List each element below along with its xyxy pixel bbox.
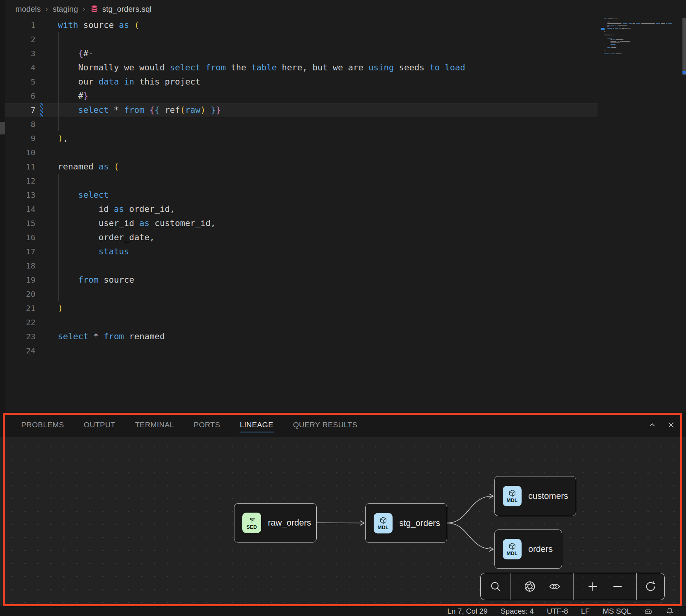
minimap-line bbox=[608, 22, 610, 22]
minimap-line bbox=[636, 23, 640, 24]
minimap-line bbox=[613, 28, 614, 29]
code-line-17[interactable]: 17 status bbox=[5, 245, 597, 259]
status-encoding[interactable]: UTF-8 bbox=[547, 607, 568, 616]
code-line-15[interactable]: 15 user_id as customer_id, bbox=[5, 216, 597, 230]
tab-ports[interactable]: PORTS bbox=[194, 415, 221, 435]
line-number: 6 bbox=[5, 89, 35, 103]
breadcrumb-item-models[interactable]: models bbox=[15, 5, 41, 14]
line-number: 1 bbox=[5, 18, 35, 32]
minimap-scrollbar[interactable] bbox=[682, 18, 686, 75]
code-line-4[interactable]: 4 Normally we would select from the tabl… bbox=[5, 61, 597, 75]
copilot-icon[interactable] bbox=[644, 607, 653, 616]
breadcrumb-separator: › bbox=[45, 5, 48, 13]
minimap-line bbox=[604, 53, 609, 54]
minimap-line bbox=[610, 41, 616, 42]
line-code: ), bbox=[58, 131, 68, 145]
overview-ruler-decoration bbox=[682, 71, 686, 74]
status-cursor-position[interactable]: Ln 7, Col 29 bbox=[447, 607, 487, 616]
refresh-icon[interactable] bbox=[645, 581, 656, 592]
code-line-8[interactable]: 8 bbox=[5, 117, 597, 131]
lineage-node-raw_orders[interactable]: SEDraw_orders bbox=[234, 503, 317, 542]
line-number: 3 bbox=[5, 46, 35, 61]
code-line-2[interactable]: 2 bbox=[5, 32, 597, 46]
code-line-20[interactable]: 20 bbox=[5, 287, 597, 301]
minimap-line bbox=[661, 23, 665, 24]
status-indentation[interactable]: Spaces: 4 bbox=[501, 607, 534, 616]
line-number: 23 bbox=[5, 329, 35, 344]
code-line-7[interactable]: 7 select * from {{ ref(raw) }} bbox=[5, 103, 597, 117]
code-line-3[interactable]: 3 {#- bbox=[5, 46, 597, 61]
bell-icon[interactable] bbox=[666, 607, 674, 616]
code-line-1[interactable]: 1with source as ( bbox=[5, 18, 597, 32]
tab-problems[interactable]: PROBLEMS bbox=[21, 415, 65, 435]
minimap-line bbox=[618, 41, 619, 42]
code-line-22[interactable]: 22 bbox=[5, 315, 597, 329]
code-line-23[interactable]: 23select * from renamed bbox=[5, 329, 597, 344]
line-number: 7 bbox=[5, 103, 35, 117]
line-number: 21 bbox=[5, 301, 35, 315]
line-number: 5 bbox=[5, 75, 35, 89]
breadcrumb-file[interactable]: stg_orders.sql bbox=[90, 5, 152, 14]
close-icon[interactable] bbox=[666, 420, 676, 430]
aperture-icon[interactable] bbox=[524, 581, 536, 592]
zoom-out-icon[interactable] bbox=[612, 581, 623, 592]
database-icon bbox=[90, 5, 99, 13]
code-line-11[interactable]: 11renamed as ( bbox=[5, 160, 597, 174]
node-badge-model: MDL bbox=[503, 486, 522, 506]
lineage-node-customers[interactable]: MDLcustomers bbox=[494, 476, 576, 516]
zoom-in-icon[interactable] bbox=[587, 581, 599, 592]
minimap-line bbox=[607, 25, 610, 26]
code-line-9[interactable]: 9), bbox=[5, 131, 597, 145]
code-line-24[interactable]: 24 bbox=[5, 344, 597, 358]
indent-guide bbox=[58, 32, 59, 131]
minimap-line bbox=[604, 18, 607, 19]
minimap-line bbox=[629, 23, 632, 24]
status-eol[interactable]: LF bbox=[581, 607, 590, 616]
breadcrumb-item-staging[interactable]: staging bbox=[53, 5, 78, 14]
panel-tabbar: PROBLEMSOUTPUTTERMINALPORTSLINEAGEQUERY … bbox=[0, 413, 686, 437]
minimap-line bbox=[623, 23, 628, 24]
minimap[interactable] bbox=[598, 18, 686, 413]
code-line-16[interactable]: 16 order_date, bbox=[5, 230, 597, 245]
minimap-line bbox=[610, 35, 612, 35]
minimap-line bbox=[641, 23, 655, 24]
status-language-mode[interactable]: MS SQL bbox=[603, 607, 631, 616]
eye-icon[interactable] bbox=[549, 581, 561, 592]
code-line-6[interactable]: 6 #} bbox=[5, 89, 597, 103]
line-number: 24 bbox=[5, 344, 35, 358]
tab-query-results[interactable]: QUERY RESULTS bbox=[293, 415, 358, 435]
cube-icon bbox=[508, 489, 516, 497]
minimap-line bbox=[607, 47, 611, 48]
minimap-line bbox=[604, 50, 605, 51]
minimap-line bbox=[608, 18, 613, 19]
code-line-21[interactable]: 21) bbox=[5, 301, 597, 315]
minimap-line bbox=[616, 18, 617, 19]
activity-strip-handle[interactable] bbox=[0, 122, 5, 134]
lineage-graph[interactable]: SEDraw_ordersMDLstg_ordersMDLcustomersMD… bbox=[0, 437, 686, 607]
minimap-line bbox=[604, 35, 610, 35]
code-editor[interactable]: 1with source as (23 {#-4 Normally we wou… bbox=[5, 18, 686, 413]
toolbar-group-1 bbox=[511, 573, 574, 600]
code-line-13[interactable]: 13 select bbox=[5, 188, 597, 202]
lineage-node-orders[interactable]: MDLorders bbox=[494, 530, 562, 569]
chevron-up-icon[interactable] bbox=[647, 420, 657, 430]
code-line-12[interactable]: 12 bbox=[5, 174, 597, 188]
code-line-18[interactable]: 18 bbox=[5, 259, 597, 273]
tab-output[interactable]: OUTPUT bbox=[83, 415, 116, 435]
node-badge-model: MDL bbox=[503, 539, 522, 559]
code-line-10[interactable]: 10 bbox=[5, 145, 597, 160]
tab-lineage[interactable]: LINEAGE bbox=[240, 415, 274, 435]
indent-guide bbox=[79, 202, 79, 259]
lineage-node-stg_orders[interactable]: MDLstg_orders bbox=[365, 503, 447, 543]
line-number: 4 bbox=[5, 61, 35, 75]
node-badge-seed: SED bbox=[242, 513, 261, 533]
tab-terminal[interactable]: TERMINAL bbox=[135, 415, 174, 435]
minimap-line bbox=[620, 41, 630, 42]
search-icon[interactable] bbox=[490, 581, 502, 592]
toolbar-group-3 bbox=[637, 573, 664, 600]
code-line-14[interactable]: 14 id as order_id, bbox=[5, 202, 597, 216]
code-line-19[interactable]: 19 from source bbox=[5, 273, 597, 287]
line-number: 16 bbox=[5, 230, 35, 245]
bottom-panel: PROBLEMSOUTPUTTERMINALPORTSLINEAGEQUERY … bbox=[0, 413, 686, 607]
code-line-5[interactable]: 5 our data in this project bbox=[5, 75, 597, 89]
